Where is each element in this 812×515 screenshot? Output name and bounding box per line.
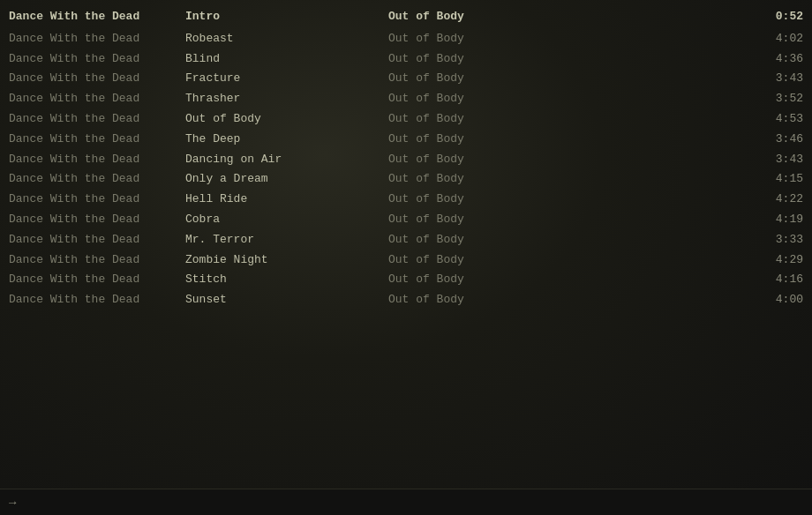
header-duration: 0:52 xyxy=(583,8,803,26)
bottom-bar: → xyxy=(0,489,812,515)
track-artist: Dance With the Dead xyxy=(9,291,185,310)
track-artist: Dance With the Dead xyxy=(9,30,185,49)
track-duration: 3:52 xyxy=(583,90,803,108)
track-duration: 4:16 xyxy=(583,271,803,289)
track-duration: 3:43 xyxy=(583,70,803,88)
track-title: Hell Ride xyxy=(185,190,388,209)
track-album: Out of Body xyxy=(388,271,583,289)
track-duration: 4:00 xyxy=(583,291,803,310)
header-album: Out of Body xyxy=(388,8,583,26)
track-artist: Dance With the Dead xyxy=(9,50,185,69)
table-row[interactable]: Dance With the DeadThrasherOut of Body3:… xyxy=(0,89,812,109)
track-duration: 4:29 xyxy=(583,251,803,270)
track-duration: 4:15 xyxy=(583,170,803,189)
track-album: Out of Body xyxy=(388,190,583,209)
header-artist: Dance With the Dead xyxy=(9,8,185,26)
table-row[interactable]: Dance With the DeadStitchOut of Body4:16 xyxy=(0,270,812,290)
track-artist: Dance With the Dead xyxy=(9,251,185,270)
track-album: Out of Body xyxy=(388,30,583,49)
track-artist: Dance With the Dead xyxy=(9,231,185,250)
track-album: Out of Body xyxy=(388,110,583,129)
table-row[interactable]: Dance With the DeadOnly a DreamOut of Bo… xyxy=(0,169,812,190)
track-duration: 4:19 xyxy=(583,211,803,229)
track-album: Out of Body xyxy=(388,70,583,88)
track-duration: 4:53 xyxy=(583,110,803,129)
track-duration: 4:22 xyxy=(583,190,803,209)
track-duration: 4:02 xyxy=(583,30,803,49)
track-title: Blind xyxy=(185,50,388,69)
track-title: Thrasher xyxy=(185,90,388,108)
track-album: Out of Body xyxy=(388,251,583,270)
track-album: Out of Body xyxy=(388,131,583,149)
track-list: Dance With the Dead Intro Out of Body 0:… xyxy=(0,0,812,317)
track-title: The Deep xyxy=(185,131,388,149)
header-title: Intro xyxy=(185,8,388,26)
track-artist: Dance With the Dead xyxy=(9,190,185,209)
table-row[interactable]: Dance With the DeadDancing on AirOut of … xyxy=(0,150,812,170)
track-artist: Dance With the Dead xyxy=(9,151,185,169)
track-title: Only a Dream xyxy=(185,170,388,189)
track-title: Robeast xyxy=(185,30,388,49)
track-duration: 3:46 xyxy=(583,131,803,149)
track-title: Sunset xyxy=(185,291,388,310)
table-row[interactable]: Dance With the DeadRobeastOut of Body4:0… xyxy=(0,29,812,49)
track-duration: 3:33 xyxy=(583,231,803,250)
track-album: Out of Body xyxy=(388,50,583,69)
track-album: Out of Body xyxy=(388,291,583,310)
table-row[interactable]: Dance With the DeadMr. TerrorOut of Body… xyxy=(0,230,812,250)
track-album: Out of Body xyxy=(388,90,583,108)
table-row[interactable]: Dance With the DeadZombie NightOut of Bo… xyxy=(0,250,812,271)
track-title: Zombie Night xyxy=(185,251,388,270)
track-album: Out of Body xyxy=(388,231,583,250)
track-artist: Dance With the Dead xyxy=(9,271,185,289)
table-row[interactable]: Dance With the DeadFractureOut of Body3:… xyxy=(0,69,812,89)
track-artist: Dance With the Dead xyxy=(9,70,185,88)
table-row[interactable]: Dance With the DeadSunsetOut of Body4:00 xyxy=(0,290,812,310)
track-artist: Dance With the Dead xyxy=(9,90,185,108)
table-row[interactable]: Dance With the DeadCobraOut of Body4:19 xyxy=(0,210,812,230)
track-title: Dancing on Air xyxy=(185,151,388,169)
track-album: Out of Body xyxy=(388,170,583,189)
track-title: Mr. Terror xyxy=(185,231,388,250)
track-album: Out of Body xyxy=(388,151,583,169)
table-row[interactable]: Dance With the DeadThe DeepOut of Body3:… xyxy=(0,130,812,150)
track-duration: 4:36 xyxy=(583,50,803,69)
table-row[interactable]: Dance With the DeadHell RideOut of Body4… xyxy=(0,190,812,210)
track-artist: Dance With the Dead xyxy=(9,131,185,149)
track-title: Stitch xyxy=(185,271,388,289)
table-row[interactable]: Dance With the DeadOut of BodyOut of Bod… xyxy=(0,109,812,130)
track-title: Cobra xyxy=(185,211,388,229)
table-row[interactable]: Dance With the DeadBlindOut of Body4:36 xyxy=(0,49,812,70)
arrow-icon: → xyxy=(9,496,16,510)
track-artist: Dance With the Dead xyxy=(9,211,185,229)
track-list-header: Dance With the Dead Intro Out of Body 0:… xyxy=(0,7,812,27)
track-title: Fracture xyxy=(185,70,388,88)
track-album: Out of Body xyxy=(388,211,583,229)
track-duration: 3:43 xyxy=(583,151,803,169)
track-title: Out of Body xyxy=(185,110,388,129)
track-artist: Dance With the Dead xyxy=(9,170,185,189)
track-artist: Dance With the Dead xyxy=(9,110,185,129)
